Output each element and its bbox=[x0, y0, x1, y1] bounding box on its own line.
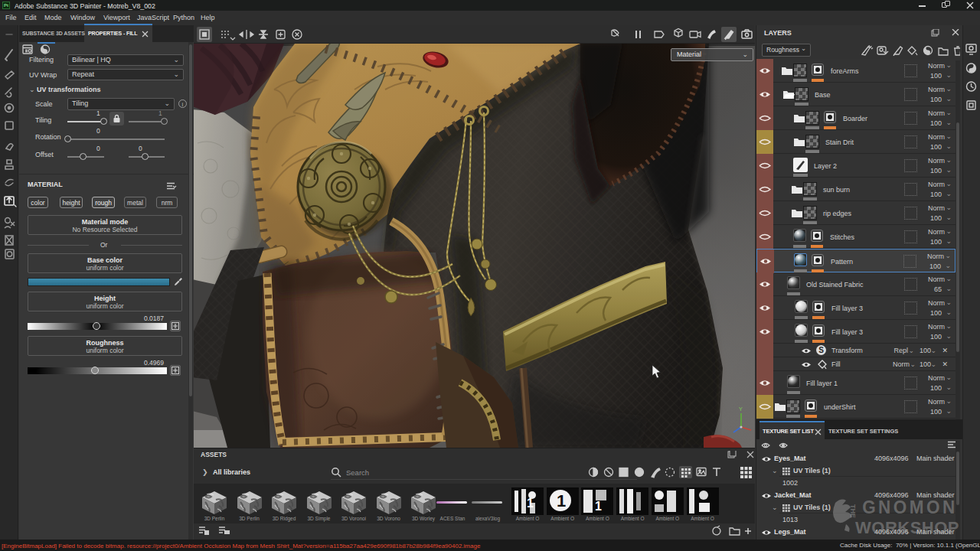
svg-text:1: 1 bbox=[527, 497, 534, 510]
svg-text:1: 1 bbox=[595, 500, 602, 513]
svg-text:GNOMON: GNOMON bbox=[862, 497, 957, 517]
svg-text:WORKSHOP: WORKSHOP bbox=[855, 518, 959, 537]
svg-text:THE: THE bbox=[849, 504, 857, 518]
svg-text:1: 1 bbox=[557, 491, 566, 510]
